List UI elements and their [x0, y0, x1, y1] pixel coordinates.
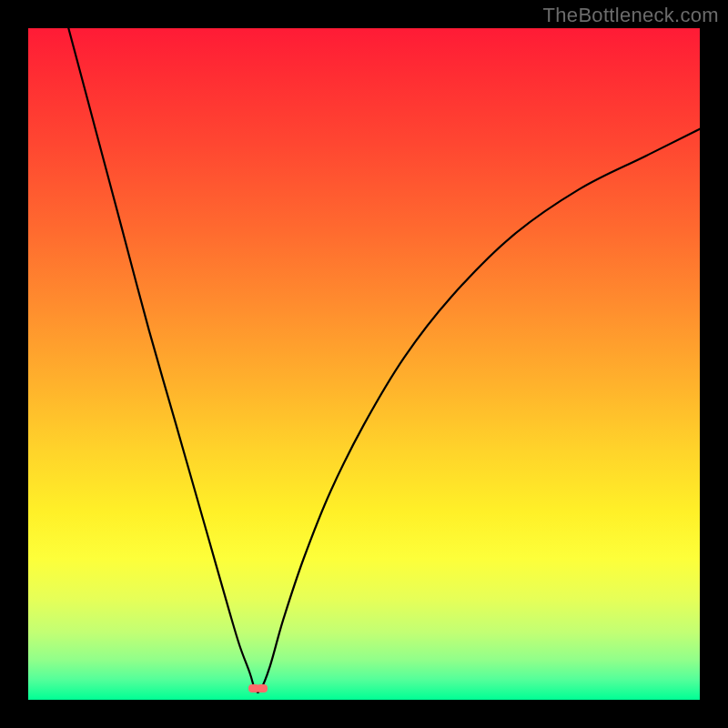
watermark-text: TheBottleneck.com — [543, 4, 719, 27]
curve-svg — [28, 28, 700, 700]
curve-path — [68, 28, 700, 693]
min-marker-b — [257, 684, 268, 693]
plot-area — [28, 28, 700, 700]
chart-frame: TheBottleneck.com — [0, 0, 728, 728]
